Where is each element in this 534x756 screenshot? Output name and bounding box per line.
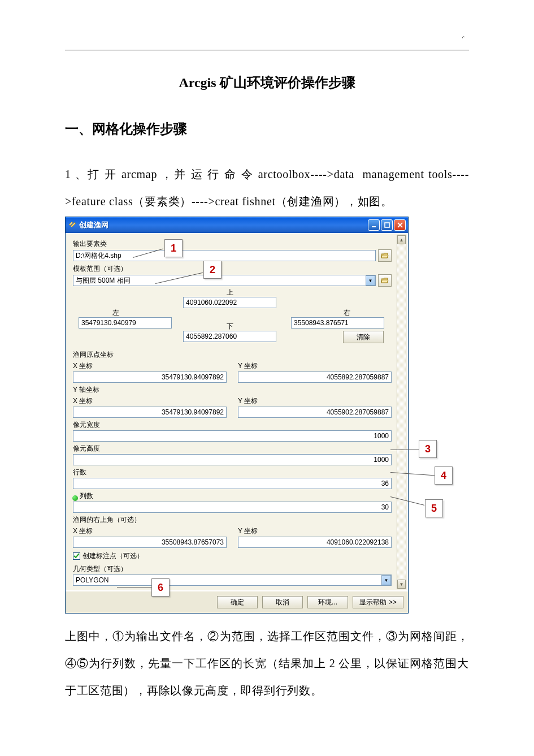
chevron-down-icon[interactable]: ▼ [366, 275, 375, 286]
annotation-3-leader [390, 450, 419, 450]
paragraph-step1: 1 、打 开 arcmap ，并 运 行 命 令 arctoolbox---->… [65, 161, 469, 215]
ok-button[interactable]: 确定 [217, 596, 258, 608]
input-extent-bottom[interactable] [183, 331, 276, 342]
window-title: 创建渔网 [79, 220, 367, 230]
label-yaxis: Y 轴坐标 [73, 385, 392, 395]
close-button[interactable] [394, 219, 406, 231]
page-corner-mark: '` [462, 35, 465, 42]
label-left: 左 [99, 308, 133, 318]
page-top-hr [65, 50, 469, 50]
show-help-button[interactable]: 显示帮助 >> [353, 596, 403, 608]
input-opp-x[interactable] [73, 537, 227, 548]
annotation-6-leader [117, 587, 152, 587]
label-output-fc: 输出要素类 [73, 239, 392, 249]
label-cell-width: 像元宽度 [73, 420, 392, 430]
label-yaxis-y: Y 坐标 [238, 396, 392, 406]
vertical-scrollbar[interactable]: ▲ ▼ [397, 235, 406, 589]
env-button[interactable]: 环境... [307, 596, 348, 608]
input-extent-top[interactable] [183, 297, 276, 308]
xp-dialog-window: 创建渔网 ▲ ▼ 输出要素类 模板范围（可选） ▼ [65, 217, 409, 614]
label-bottom: 下 [213, 322, 247, 331]
annotation-4: 4 [435, 466, 453, 485]
document-title: Arcgis 矿山环境评价操作步骤 [65, 74, 469, 92]
label-right: 右 [330, 308, 364, 318]
input-origin-y[interactable] [238, 371, 392, 383]
svg-rect-0 [372, 226, 376, 227]
label-opp-x: X 坐标 [73, 526, 227, 536]
clear-button[interactable]: 清除 [343, 331, 384, 343]
input-extent-left[interactable] [79, 317, 172, 329]
chevron-down-icon[interactable]: ▼ [381, 575, 391, 585]
minimize-button[interactable] [368, 219, 380, 231]
label-cell-height: 像元高度 [73, 444, 392, 453]
label-template-extent: 模板范围（可选） [73, 264, 392, 274]
input-cols[interactable] [73, 502, 392, 513]
scroll-up-button[interactable]: ▲ [397, 235, 406, 244]
label-opposite-corner: 渔网的右上角（可选） [73, 515, 392, 525]
section-title: 一、网格化操作步骤 [65, 120, 469, 138]
extent-controls: 上 左 右 下 清除 [73, 289, 392, 348]
label-top: 上 [213, 288, 247, 297]
title-bar[interactable]: 创建渔网 [66, 217, 408, 233]
label-create-labels: 创建标注点（可选） [83, 551, 144, 561]
label-cols: 列数 [73, 491, 392, 501]
scroll-down-button[interactable]: ▼ [397, 580, 406, 589]
input-yaxis-y[interactable] [238, 407, 392, 418]
paragraph-caption: 上图中，①为输出文件名，②为范围，选择工作区范围文件，③为网格间距，④⑤为行列数… [65, 623, 469, 704]
input-output-fc[interactable] [73, 250, 376, 261]
annotation-5: 5 [425, 499, 443, 517]
label-geometry-type: 几何类型（可选） [73, 564, 392, 574]
input-cell-width[interactable] [73, 430, 392, 442]
input-extent-right[interactable] [291, 317, 384, 329]
label-rows: 行数 [73, 468, 392, 477]
combo-geometry-type[interactable] [73, 574, 392, 586]
status-dot-icon [72, 495, 78, 501]
browse-button-extent[interactable] [378, 274, 392, 287]
dialog-button-bar: 确定 取消 环境... 显示帮助 >> [66, 591, 408, 613]
maximize-button[interactable] [381, 219, 393, 231]
input-rows[interactable] [73, 478, 392, 489]
label-yaxis-x: X 坐标 [73, 396, 227, 406]
annotation-2: 2 [203, 261, 222, 279]
checkbox-create-labels[interactable] [73, 552, 80, 560]
label-origin-y: Y 坐标 [238, 361, 392, 371]
label-origin: 渔网原点坐标 [73, 350, 392, 360]
cancel-button[interactable]: 取消 [262, 596, 303, 608]
hammer-icon [68, 221, 77, 230]
svg-rect-1 [385, 223, 389, 227]
label-origin-x: X 坐标 [73, 361, 227, 371]
input-opp-y[interactable] [238, 537, 392, 548]
combo-template-extent[interactable] [73, 275, 376, 286]
browse-button[interactable] [378, 249, 392, 262]
annotation-6: 6 [151, 578, 170, 597]
annotation-3: 3 [419, 440, 437, 458]
dialog-body: ▲ ▼ 输出要素类 模板范围（可选） ▼ [66, 233, 408, 591]
input-origin-x[interactable] [73, 371, 227, 383]
annotation-1: 1 [164, 239, 183, 257]
input-cell-height[interactable] [73, 454, 392, 465]
scroll-track[interactable] [397, 244, 406, 580]
input-yaxis-x[interactable] [73, 407, 227, 418]
screenshot-create-fishnet-dialog: 创建渔网 ▲ ▼ 输出要素类 模板范围（可选） ▼ [65, 217, 472, 614]
label-opp-y: Y 坐标 [238, 526, 392, 536]
